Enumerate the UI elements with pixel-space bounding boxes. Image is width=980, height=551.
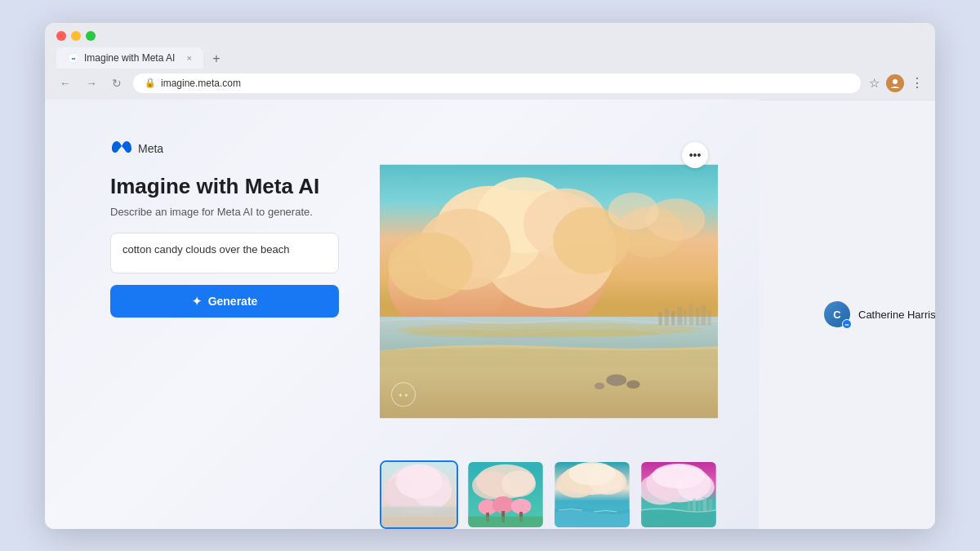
browser-actions: ☆ ⋮ (869, 74, 924, 92)
address-text: imagine.meta.com (161, 78, 241, 89)
tab-favicon: ∞ (68, 52, 79, 64)
page-subtitle: Describe an image for Meta AI to generat… (110, 206, 339, 218)
maximize-dot[interactable] (86, 31, 96, 41)
svg-rect-61 (688, 500, 690, 511)
thumb1-image (381, 462, 457, 527)
svg-point-37 (395, 464, 442, 498)
svg-rect-65 (709, 499, 712, 511)
browser-addressbar: ← → ↻ 🔒 imagine.meta.com ☆ ⋮ (45, 69, 935, 100)
generate-button[interactable]: ✦ Generate (110, 285, 339, 318)
svg-point-2 (893, 79, 898, 84)
star-icon[interactable]: ☆ (869, 76, 880, 91)
thumbnail-1[interactable] (380, 460, 458, 529)
user-avatar: C ∞ (824, 301, 850, 327)
main-image: ✦✦ (380, 132, 718, 451)
svg-point-42 (501, 470, 536, 496)
svg-rect-25 (677, 306, 682, 325)
user-avatar-icon[interactable] (886, 74, 904, 92)
svg-text:∞: ∞ (72, 56, 76, 61)
svg-rect-60 (641, 510, 715, 527)
right-panel: ✦✦ ••• (380, 132, 718, 513)
page-content: Meta Imagine with Meta AI Describe an im… (45, 100, 759, 529)
page-footer: C ∞ Catherine Harris ⋮ Images are genera… (759, 100, 935, 529)
svg-rect-23 (665, 308, 669, 325)
address-field[interactable]: 🔒 imagine.meta.com (133, 73, 861, 93)
thumbnail-3[interactable] (553, 460, 631, 529)
browser-content: Meta Imagine with Meta AI Describe an im… (45, 100, 935, 529)
browser-window: ∞ Imagine with Meta AI × + ← → ↻ 🔒 imagi… (45, 23, 935, 529)
user-avatar-badge: ∞ (842, 319, 852, 329)
prompt-input[interactable]: cotton candy clouds over the beach (110, 233, 339, 273)
user-initial: C (833, 309, 840, 321)
tab-close-btn[interactable]: × (187, 53, 192, 63)
page-title: Imagine with Meta AI (110, 174, 339, 199)
main-image-container: ✦✦ ••• (380, 132, 718, 451)
svg-rect-22 (659, 312, 662, 325)
back-button[interactable]: ← (56, 75, 74, 91)
browser-tabs: ∞ Imagine with Meta AI × + (56, 47, 924, 69)
svg-point-20 (626, 380, 640, 388)
svg-point-45 (492, 495, 514, 513)
refresh-button[interactable]: ↻ (109, 75, 125, 91)
more-options-button[interactable]: ••• (682, 142, 708, 168)
sparkle-icon: ✦ (192, 295, 202, 308)
thumb4-image (641, 462, 716, 527)
minimize-dot[interactable] (71, 31, 81, 41)
svg-rect-30 (708, 309, 711, 325)
svg-rect-28 (696, 308, 699, 325)
svg-point-21 (595, 382, 604, 389)
tab-label: Imagine with Meta AI (84, 52, 175, 64)
svg-text:✦✦: ✦✦ (398, 392, 409, 399)
svg-point-18 (405, 329, 659, 337)
active-tab[interactable]: ∞ Imagine with Meta AI × (56, 47, 203, 69)
user-name: Catherine Harris (858, 309, 935, 321)
svg-rect-27 (689, 304, 693, 325)
generate-label: Generate (208, 295, 258, 308)
meta-logo-text: Meta (138, 142, 163, 155)
thumbnails-row (380, 460, 718, 529)
svg-point-19 (606, 374, 626, 385)
svg-rect-49 (468, 516, 542, 527)
svg-point-54 (568, 462, 615, 486)
browser-titlebar: ∞ Imagine with Meta AI × + (45, 23, 935, 69)
thumb2-image (468, 462, 543, 527)
thumbnail-4[interactable] (639, 460, 718, 529)
svg-rect-29 (701, 305, 706, 325)
meta-logo: Meta (110, 140, 339, 158)
user-section: C ∞ Catherine Harris ⋮ (824, 301, 935, 327)
menu-icon[interactable]: ⋮ (911, 75, 924, 91)
meta-logo-icon (110, 140, 133, 158)
forward-button[interactable]: → (82, 75, 100, 91)
svg-rect-64 (703, 496, 707, 511)
svg-rect-24 (671, 310, 675, 325)
svg-point-15 (608, 192, 658, 229)
svg-rect-26 (684, 309, 687, 325)
thumbnail-2[interactable] (466, 460, 545, 529)
svg-rect-62 (693, 498, 696, 511)
lock-icon: 🔒 (145, 78, 156, 88)
svg-rect-63 (698, 500, 701, 511)
new-tab-btn[interactable]: + (207, 49, 226, 69)
svg-point-12 (388, 232, 472, 300)
browser-controls (56, 31, 924, 41)
close-dot[interactable] (56, 31, 66, 41)
svg-point-59 (653, 463, 706, 487)
thumb3-image (555, 462, 630, 527)
left-panel: Meta Imagine with Meta AI Describe an im… (110, 132, 339, 513)
